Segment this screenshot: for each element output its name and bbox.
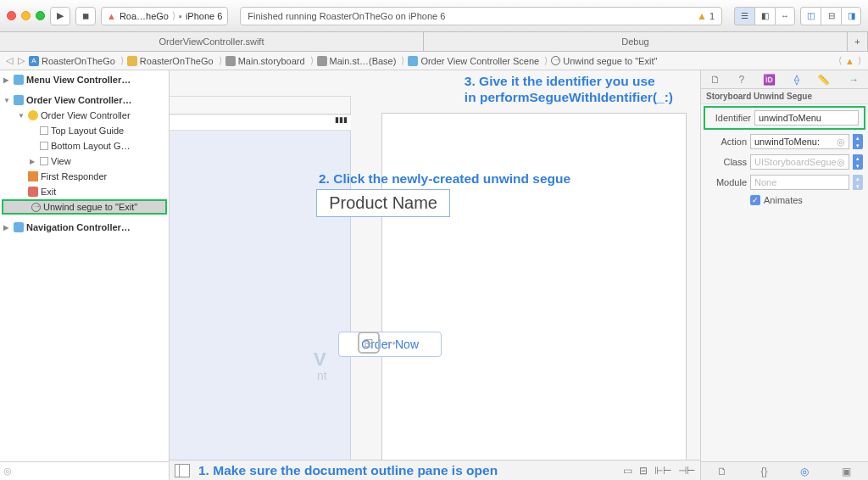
tree-first-responder[interactable]: First Responder — [0, 169, 169, 184]
jump-project[interactable]: ARoasterOnTheGo — [27, 55, 125, 66]
minimize-icon[interactable] — [21, 11, 31, 20]
storyboard-icon — [225, 56, 236, 66]
editor-mode-group[interactable]: ☰ ◧ ↔ — [734, 7, 795, 25]
scene-icon — [408, 56, 418, 66]
outline-filter-bar: ◎ — [0, 461, 169, 480]
module-stepper[interactable]: ▴▾ — [853, 175, 863, 190]
inspector-section-title: Storyboard Unwind Segue — [701, 89, 868, 104]
quickhelp-tab[interactable]: ? — [739, 74, 745, 86]
project-icon: A — [29, 56, 39, 66]
scheme-selector[interactable]: ▲ Roa…heGo ⟩ ▪ iPhone 6 — [101, 7, 228, 25]
jump-back-button[interactable]: ◁ — [3, 55, 15, 66]
toggle-outline-button[interactable] — [175, 464, 190, 477]
scene-order-vc[interactable]: ▼Order View Controller… — [0, 92, 169, 108]
scene-tree: ▶Menu View Controller… ▼Order View Contr… — [0, 70, 169, 461]
pane-toggle-group[interactable]: ◫ ⊟ ◨ — [800, 7, 861, 25]
guide-icon — [40, 142, 48, 150]
guide-icon — [40, 126, 48, 135]
action-field[interactable]: unwindToMenu:◎ — [750, 134, 849, 149]
code-snippet-library-tab[interactable]: {} — [760, 466, 767, 477]
previous-scene-slice — [170, 96, 351, 460]
assistant-editor-button[interactable]: ◧ — [754, 7, 775, 25]
tree-vc[interactable]: ▼Order View Controller — [0, 108, 169, 123]
resolve-button[interactable]: ⊩⊢ — [654, 465, 671, 477]
run-button[interactable]: ▶ — [50, 7, 70, 25]
storyboard-icon — [317, 56, 327, 66]
identifier-field[interactable]: unwindToMenu — [754, 110, 859, 126]
warning-badge[interactable]: ▲ 1 — [697, 10, 715, 22]
class-stepper[interactable]: ▴▾ — [853, 154, 863, 170]
warning-icon[interactable]: ▲ — [845, 56, 854, 66]
filter-icon[interactable]: ◎ — [3, 466, 12, 477]
animates-row: ✓ Animates — [701, 193, 868, 208]
tree-unwind-segue[interactable]: Unwind segue to "Exit" — [2, 199, 167, 215]
tab-file[interactable]: OrderViewController.swift — [0, 32, 424, 51]
product-name-label[interactable]: Product Name — [316, 189, 450, 217]
module-field[interactable]: None — [750, 175, 849, 190]
warning-icon: ▲ — [697, 10, 707, 22]
activity-status: Finished running RoasterOnTheGo on iPhon… — [240, 7, 722, 25]
jump-nav-left[interactable]: ⟨ — [835, 55, 845, 66]
identifier-row: Identifier unwindToMenu — [704, 106, 865, 130]
document-outline-pane: ▶Menu View Controller… ▼Order View Contr… — [0, 70, 170, 480]
toggle-navigator-button[interactable]: ◫ — [800, 7, 821, 25]
tab-debug[interactable]: Debug — [424, 32, 848, 51]
media-library-tab[interactable]: ▣ — [842, 466, 851, 477]
utilities-inspector: 🗋 ? 🆔 ⟠ 📏 → Storyboard Unwind Segue Iden… — [700, 70, 868, 480]
device-frame[interactable] — [381, 113, 687, 460]
scheme-device-label: iPhone 6 — [186, 11, 222, 21]
jump-folder[interactable]: RoasterOnTheGo — [125, 55, 224, 66]
window-controls[interactable] — [7, 11, 45, 20]
toggle-utilities-button[interactable]: ◨ — [841, 7, 861, 25]
scene-icon — [14, 95, 24, 105]
action-stepper[interactable]: ▴▾ — [853, 134, 863, 149]
class-row: Class UIStoryboardSegue◎ ▴▾ — [701, 152, 868, 172]
jump-segue[interactable]: Unwind segue to "Exit" — [549, 56, 664, 66]
file-template-library-tab[interactable]: 🗋 — [717, 466, 727, 477]
status-text: Finished running RoasterOnTheGo on iPhon… — [248, 11, 445, 21]
annotation-1: 1. Make sure the document outline pane i… — [198, 462, 498, 478]
close-icon[interactable] — [7, 11, 16, 20]
identity-tab[interactable]: 🆔 — [763, 74, 776, 86]
inspector-tab-bar: 🗋 ? 🆔 ⟠ 📏 → — [701, 70, 868, 89]
attributes-tab[interactable]: ⟠ — [794, 74, 799, 86]
jump-scene[interactable]: Order View Controller Scene — [406, 55, 549, 66]
jump-storyboard-base[interactable]: Main.st…(Base) — [315, 55, 407, 66]
tree-exit[interactable]: Exit — [0, 184, 169, 199]
stop-button[interactable]: ◼ — [75, 7, 96, 25]
class-field[interactable]: UIStoryboardSegue◎ — [750, 154, 849, 170]
toggle-debug-button[interactable]: ⊟ — [821, 7, 841, 25]
align-button[interactable]: ▭ — [623, 465, 632, 477]
view-icon — [40, 157, 48, 165]
connections-tab[interactable]: → — [849, 74, 859, 86]
version-editor-button[interactable]: ↔ — [775, 7, 795, 25]
scene-nav-controller[interactable]: ▶Navigation Controller… — [0, 220, 169, 235]
editor-tabs: OrderViewController.swift Debug + — [0, 32, 868, 52]
pin-button[interactable]: ⊟ — [639, 465, 648, 477]
library-tab-bar: 🗋 {} ◎ ▣ — [701, 461, 868, 480]
main-toolbar: ▶ ◼ ▲ Roa…heGo ⟩ ▪ iPhone 6 Finished run… — [0, 0, 868, 32]
action-label: Action — [706, 137, 747, 147]
animates-checkbox[interactable]: ✓ — [750, 195, 760, 205]
previous-scene-header — [170, 96, 351, 114]
size-tab[interactable]: 📏 — [817, 74, 830, 86]
canvas-toolbar: 1. Make sure the document outline pane i… — [170, 460, 700, 480]
tree-bottom-guide[interactable]: Bottom Layout G… — [0, 138, 169, 153]
tree-view[interactable]: ▶View — [0, 153, 169, 169]
tree-top-guide[interactable]: Top Layout Guide — [0, 123, 169, 138]
add-tab-button[interactable]: + — [848, 32, 868, 51]
segue-icon — [31, 203, 41, 212]
scene-menu-vc[interactable]: ▶Menu View Controller… — [0, 72, 169, 87]
resize-button[interactable]: ⊣⊢ — [678, 465, 695, 477]
jump-nav-right[interactable]: ⟩ — [854, 55, 865, 66]
jump-forward-button[interactable]: ▷ — [15, 55, 27, 66]
annotation-2: 2. Click the newly-created unwind segue — [319, 170, 570, 187]
zoom-icon[interactable] — [36, 11, 45, 20]
segue-connector-icon[interactable]: ⊞ — [358, 332, 380, 354]
jump-bar: ◁ ▷ ARoasterOnTheGo RoasterOnTheGo Main.… — [0, 52, 868, 70]
jump-storyboard[interactable]: Main.storyboard — [224, 55, 315, 66]
file-inspector-tab[interactable]: 🗋 — [710, 74, 721, 86]
warning-count: 1 — [709, 11, 715, 21]
standard-editor-button[interactable]: ☰ — [734, 7, 754, 25]
object-library-tab[interactable]: ◎ — [800, 466, 809, 477]
